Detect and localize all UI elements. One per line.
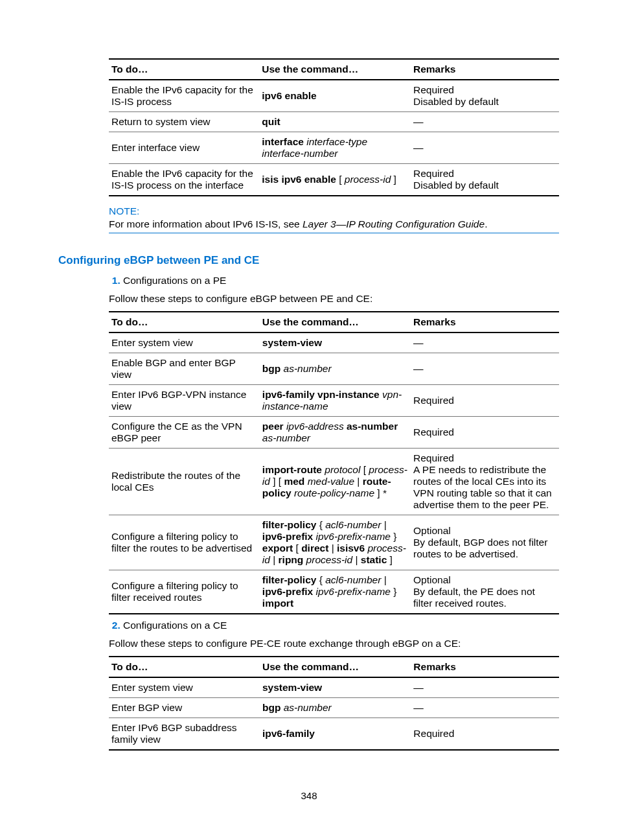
table-row: Configure the CE as the VPN eBGP peer pe… (109, 417, 559, 449)
table-row: Enter system view system-view — (109, 677, 559, 698)
page-number: 348 (0, 790, 618, 801)
table-row: Enter IPv6 BGP subaddress family view ip… (109, 718, 559, 751)
cell-todo: Enter system view (109, 332, 262, 353)
section-heading: Configuring eBGP between PE and CE (58, 254, 560, 267)
cell-todo: Enter IPv6 BGP-VPN instance view (109, 385, 262, 417)
cell-remarks: — (413, 677, 559, 698)
cell-cmd: quit (262, 112, 413, 132)
table-row: Enable the IPv6 capacity for the IS-IS p… (109, 164, 559, 196)
list-item: Configurations on a PE (123, 275, 560, 286)
cell-cmd: system-view (262, 332, 413, 353)
table-row: Redistribute the routes of the local CEs… (109, 449, 559, 515)
note-heading: NOTE: (109, 205, 560, 217)
cell-remarks: Required A PE needs to redistribute the … (413, 449, 559, 515)
table-ce-config: To do… Use the command… Remarks Enter sy… (109, 656, 559, 751)
cell-remarks: — (413, 353, 559, 385)
table-header-row: To do… Use the command… Remarks (109, 657, 559, 677)
table-row: Return to system view quit — (109, 112, 559, 132)
col-header: Use the command… (262, 59, 413, 80)
cell-remarks: Required Disabled by default (413, 80, 559, 112)
cell-cmd: ipv6 enable (262, 80, 413, 112)
col-header: To do… (109, 59, 262, 80)
cell-remarks: Required (413, 718, 559, 751)
cell-todo: Return to system view (109, 112, 262, 132)
cell-todo: Enter interface view (109, 132, 262, 164)
cell-cmd: filter-policy { acl6-number | ipv6-prefi… (262, 570, 413, 614)
cell-todo: Configure a filtering policy to filter t… (109, 515, 262, 570)
col-header: To do… (109, 312, 262, 332)
table-header-row: To do… Use the command… Remarks (109, 312, 559, 332)
table-row: Enter IPv6 BGP-VPN instance view ipv6-fa… (109, 385, 559, 417)
table-row: Enter BGP view bgp as-number — (109, 698, 559, 718)
cell-cmd: system-view (262, 677, 413, 698)
cell-remarks: Optional By default, the PE does not fil… (413, 570, 559, 614)
list-item: Configurations on a CE (123, 620, 560, 631)
table-row: Enable BGP and enter BGP view bgp as-num… (109, 353, 559, 385)
instruction-text: Follow these steps to configure PE-CE ro… (109, 638, 560, 649)
table-row: Configure a filtering policy to filter r… (109, 570, 559, 614)
cell-remarks: Required (413, 385, 559, 417)
cell-cmd: import-route protocol [ process-id ] [ m… (262, 449, 413, 515)
cell-todo: Enter IPv6 BGP subaddress family view (109, 718, 262, 751)
cell-todo: Redistribute the routes of the local CEs (109, 449, 262, 515)
cell-todo: Enable the IPv6 capacity for the IS-IS p… (109, 164, 262, 196)
cell-cmd: ipv6-family vpn-instance vpn-instance-na… (262, 385, 413, 417)
col-header: Use the command… (262, 312, 413, 332)
cell-remarks: — (413, 332, 559, 353)
cell-todo: Enter BGP view (109, 698, 262, 718)
cell-remarks: — (413, 698, 559, 718)
cell-todo: Configure a filtering policy to filter r… (109, 570, 262, 614)
col-header: To do… (109, 657, 262, 677)
cell-remarks: — (413, 132, 559, 164)
cell-cmd: isis ipv6 enable [ process-id ] (262, 164, 413, 196)
table-header-row: To do… Use the command… Remarks (109, 59, 559, 80)
col-header: Remarks (413, 312, 559, 332)
ordered-list: Configurations on a PE (109, 275, 560, 286)
table-pe-config: To do… Use the command… Remarks Enter sy… (109, 311, 559, 614)
cell-remarks: Optional By default, BGP does not filter… (413, 515, 559, 570)
cell-remarks: — (413, 112, 559, 132)
cell-cmd: interface interface-type interface-numbe… (262, 132, 413, 164)
table-isis-ipv6: To do… Use the command… Remarks Enable t… (109, 58, 559, 196)
cell-todo: Enter system view (109, 677, 262, 698)
cell-todo: Enable BGP and enter BGP view (109, 353, 262, 385)
cell-cmd: peer ipv6-address as-number as-number (262, 417, 413, 449)
table-row: Enter system view system-view — (109, 332, 559, 353)
col-header: Use the command… (262, 657, 413, 677)
note-text: For more information about IPv6 IS-IS, s… (109, 218, 559, 233)
table-row: Enable the IPv6 capacity for the IS-IS p… (109, 80, 559, 112)
cell-cmd: filter-policy { acl6-number | ipv6-prefi… (262, 515, 413, 570)
cell-remarks: Required Disabled by default (413, 164, 559, 196)
cell-todo: Configure the CE as the VPN eBGP peer (109, 417, 262, 449)
ordered-list: Configurations on a CE (109, 620, 560, 631)
table-row: Configure a filtering policy to filter t… (109, 515, 559, 570)
cell-cmd: bgp as-number (262, 698, 413, 718)
col-header: Remarks (413, 657, 559, 677)
cell-cmd: ipv6-family (262, 718, 413, 751)
cell-todo: Enable the IPv6 capacity for the IS-IS p… (109, 80, 262, 112)
cell-cmd: bgp as-number (262, 353, 413, 385)
col-header: Remarks (413, 59, 559, 80)
cell-remarks: Required (413, 417, 559, 449)
table-row: Enter interface view interface interface… (109, 132, 559, 164)
instruction-text: Follow these steps to configure eBGP bet… (109, 293, 560, 305)
